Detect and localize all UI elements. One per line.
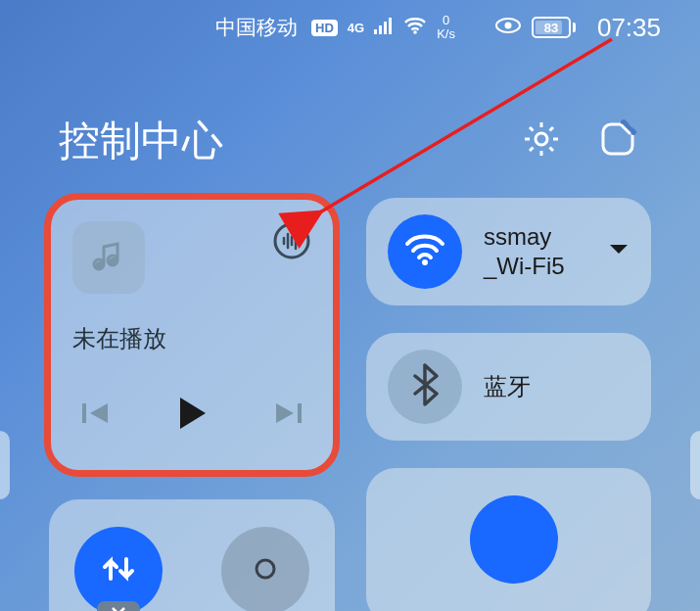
music-card[interactable]: 未在播放 (49, 198, 335, 472)
svg-rect-2 (384, 22, 387, 34)
next-track-button[interactable] (270, 399, 303, 432)
edge-handle-left[interactable] (0, 431, 10, 499)
svg-point-19 (257, 560, 274, 578)
toggle-mobile-data[interactable] (74, 527, 163, 611)
battery-indicator: 83 (532, 17, 576, 38)
wifi-label: ssmay _Wi-Fi5 (484, 222, 586, 281)
audio-output-button[interactable] (272, 221, 311, 264)
svg-rect-1 (379, 25, 382, 34)
toggle-unknown[interactable] (221, 527, 309, 611)
chevron-down-icon[interactable] (608, 243, 630, 260)
control-center-header: 控制中心 (0, 55, 700, 198)
svg-point-20 (422, 259, 428, 265)
page-title: 控制中心 (59, 114, 518, 168)
svg-point-9 (95, 261, 105, 269)
wifi-toggle[interactable] (388, 214, 462, 289)
bluetooth-toggle[interactable] (388, 350, 462, 424)
svg-point-6 (504, 22, 511, 28)
net-speed: 0 K/s (437, 14, 455, 42)
eye-icon (494, 17, 522, 39)
toggle-right-1[interactable] (470, 495, 558, 584)
bluetooth-card[interactable]: 蓝牙 (366, 333, 651, 441)
status-bar: 中国移动 HD 4G 0 K/s 83 07:35 (0, 0, 700, 55)
svg-point-7 (536, 133, 547, 145)
wifi-card[interactable]: ssmay _Wi-Fi5 (366, 198, 651, 306)
music-app-icon (72, 221, 145, 294)
bluetooth-label: 蓝牙 (484, 372, 630, 401)
right-toggle-card (366, 468, 651, 611)
clock: 07:35 (597, 13, 661, 43)
data-arrows-icon (97, 547, 140, 594)
edge-handle-right[interactable] (690, 431, 700, 499)
wifi-icon (403, 17, 427, 39)
play-button[interactable] (172, 394, 211, 437)
svg-rect-0 (374, 29, 377, 34)
svg-rect-3 (389, 18, 392, 34)
svg-rect-18 (298, 403, 302, 423)
svg-point-10 (109, 258, 118, 265)
generic-toggle-icon (251, 554, 280, 588)
svg-rect-17 (82, 403, 86, 423)
wifi-icon (403, 232, 446, 271)
edit-button[interactable] (594, 118, 641, 164)
previous-track-button[interactable] (80, 399, 114, 432)
signal-icon (374, 17, 394, 39)
svg-point-4 (413, 30, 417, 34)
settings-button[interactable] (518, 118, 565, 164)
network-type: 4G (348, 22, 364, 34)
bluetooth-icon (410, 363, 440, 410)
carrier-label: 中国移动 (215, 14, 298, 41)
music-status: 未在播放 (72, 323, 311, 354)
slide-handle[interactable] (97, 601, 140, 611)
quick-toggle-card (49, 499, 335, 611)
hd-badge: HD (311, 20, 338, 36)
edit-icon (598, 119, 637, 163)
gear-icon (521, 118, 562, 164)
